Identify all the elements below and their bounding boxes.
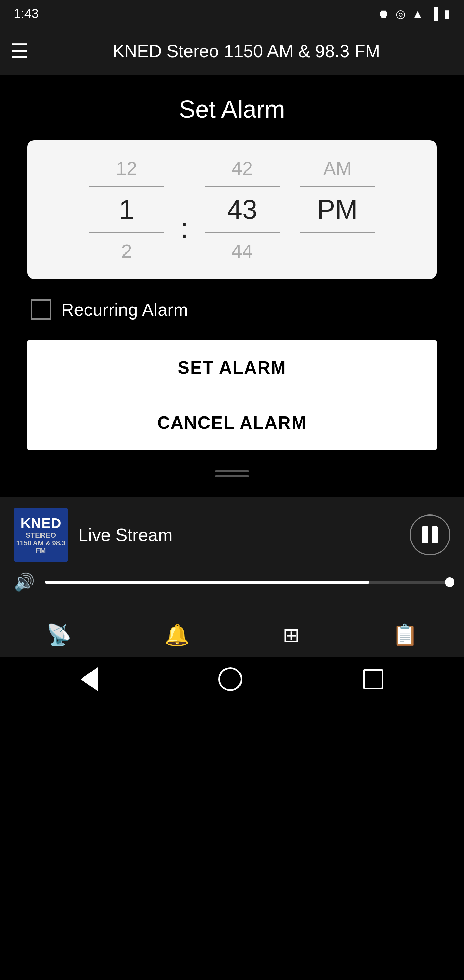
page-title: Set Alarm xyxy=(27,95,437,123)
minute-column[interactable]: 42 43 44 xyxy=(195,150,290,269)
back-button[interactable] xyxy=(81,667,98,691)
recurring-alarm-row: Recurring Alarm xyxy=(27,299,437,320)
volume-row: 🔊 xyxy=(14,572,450,592)
live-stream-nav-icon: 📡 xyxy=(46,623,72,647)
player-main: KNED STEREO 1150 AM & 98.3 FM Live Strea… xyxy=(14,508,450,562)
volume-track[interactable] xyxy=(45,581,450,584)
status-time: 1:43 xyxy=(14,6,39,21)
pause-button[interactable] xyxy=(410,514,450,555)
status-bar: 1:43 ⏺ ◎ ▲ ▐ ▮ xyxy=(0,0,464,27)
alarm-nav-icon: 🔔 xyxy=(164,623,190,647)
nav-live-stream[interactable]: 📡 xyxy=(46,623,72,647)
pause-bar-right xyxy=(432,527,438,543)
player-stream-label: Live Stream xyxy=(78,525,172,545)
minute-above: 42 xyxy=(232,150,253,186)
minute-selected[interactable]: 43 xyxy=(227,187,257,232)
battery-icon: ▮ xyxy=(444,7,450,21)
info-nav-icon: 📋 xyxy=(392,623,418,647)
recents-icon xyxy=(363,669,383,689)
signal-icon: ▐ xyxy=(430,7,438,21)
ampm-above: AM xyxy=(323,150,352,186)
ampm-column[interactable]: AM PM - xyxy=(290,150,385,269)
logo-kned: KNED xyxy=(14,515,68,531)
logo-inner: KNED STEREO 1150 AM & 98.3 FM xyxy=(14,515,68,554)
toolbar: ☰ KNED Stereo 1150 AM & 98.3 FM xyxy=(0,27,464,75)
hour-column[interactable]: 12 1 2 xyxy=(79,150,174,269)
player-bar: KNED STEREO 1150 AM & 98.3 FM Live Strea… xyxy=(0,498,464,612)
wifi-icon: ▲ xyxy=(412,7,424,21)
volume-icon: 🔊 xyxy=(14,572,35,592)
system-nav xyxy=(0,657,464,701)
nav-info[interactable]: 📋 xyxy=(392,623,418,647)
home-icon xyxy=(218,667,242,691)
drag-handle xyxy=(27,470,437,477)
hour-above: 12 xyxy=(116,150,137,186)
time-picker-container: 12 1 2 : 42 43 44 AM PM xyxy=(27,140,437,279)
recurring-alarm-label: Recurring Alarm xyxy=(61,299,188,320)
record-icon: ⏺ xyxy=(378,7,389,21)
drag-handle-lines xyxy=(215,470,249,477)
pause-icon xyxy=(422,527,438,543)
nav-grid[interactable]: ⊞ xyxy=(283,623,300,647)
main-content: Set Alarm 12 1 2 : 42 43 44 xyxy=(0,75,464,498)
ampm-below: - xyxy=(334,233,341,269)
volume-thumb xyxy=(445,578,454,587)
recents-button[interactable] xyxy=(363,669,383,689)
player-info: Live Stream xyxy=(78,525,399,545)
time-colon: : xyxy=(181,213,188,254)
nav-alarm[interactable]: 🔔 xyxy=(164,623,190,647)
toolbar-title: KNED Stereo 1150 AM & 98.3 FM xyxy=(39,41,454,61)
pause-bar-left xyxy=(422,527,428,543)
hour-selected[interactable]: 1 xyxy=(119,187,134,232)
minute-below: 44 xyxy=(232,233,253,269)
status-icons: ⏺ ◎ ▲ ▐ ▮ xyxy=(378,7,450,21)
recurring-alarm-checkbox[interactable] xyxy=(30,299,51,320)
ampm-selected[interactable]: PM xyxy=(317,187,358,232)
set-alarm-button[interactable]: SET ALARM xyxy=(27,340,437,395)
cancel-alarm-button[interactable]: CANCEL ALARM xyxy=(27,395,437,450)
logo-stereo: STEREO xyxy=(14,531,68,539)
logo-freq: 1150 AM & 98.3 FM xyxy=(14,539,68,554)
hamburger-menu-icon[interactable]: ☰ xyxy=(10,39,29,63)
home-button[interactable] xyxy=(218,667,242,691)
drag-line-1 xyxy=(215,470,249,472)
time-picker[interactable]: 12 1 2 : 42 43 44 AM PM xyxy=(27,150,437,269)
bottom-nav: 📡 🔔 ⊞ 📋 xyxy=(0,612,464,657)
buttons-container: SET ALARM CANCEL ALARM xyxy=(27,340,437,450)
station-logo: KNED STEREO 1150 AM & 98.3 FM xyxy=(14,508,68,562)
drag-line-2 xyxy=(215,476,249,477)
hour-below: 2 xyxy=(121,233,132,269)
location-icon: ◎ xyxy=(396,7,406,21)
back-icon xyxy=(81,667,98,691)
grid-nav-icon: ⊞ xyxy=(283,623,300,647)
volume-fill xyxy=(45,581,369,584)
